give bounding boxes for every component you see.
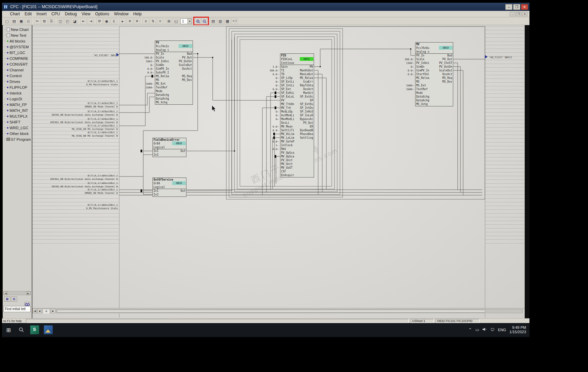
menu-view[interactable]: View <box>79 12 93 16</box>
pin-row[interactable]: PV_Unit <box>280 158 314 162</box>
input-pin-label[interactable]: Gain <box>281 65 288 69</box>
menu-window[interactable]: Window <box>112 12 131 16</box>
output-pin-label[interactable]: ManAct <box>303 91 313 95</box>
sidebar-item-logicdi[interactable]: ♦LogicDi <box>3 96 32 102</box>
input-pin-label[interactable]: TextRef <box>156 86 167 89</box>
pin-row[interactable]: Mode <box>155 89 193 93</box>
output-pin-label[interactable]: PV_Out <box>442 57 452 61</box>
sequence-icon[interactable]: ≡ <box>143 18 149 24</box>
pin-row[interactable]: MV_MeanER <box>280 125 314 129</box>
output-pin-label[interactable]: MS_Dev <box>182 78 192 82</box>
output-pin-label[interactable]: SP <box>310 99 313 102</box>
pin-row[interactable]: DataXchg <box>415 99 453 102</box>
test-mode-icon[interactable]: ↯ <box>150 18 156 24</box>
sidebar-item-new-chart[interactable]: New Chart <box>3 27 32 32</box>
jump-forward-icon[interactable]: ⇥ <box>87 18 94 24</box>
input-pin-label[interactable]: SP_LiOp <box>281 76 293 80</box>
input-pin-label[interactable]: SimOn <box>416 65 424 69</box>
chart-partition-icon[interactable]: ▦ <box>224 18 231 24</box>
input-pin-label[interactable]: SP_ExtLi <box>281 80 294 84</box>
pin-row[interactable]: SP_IntLiRdyToSta <box>280 84 314 87</box>
pin-row[interactable]: EnAcquir <box>280 173 314 177</box>
output-pin-label[interactable]: MS_Req <box>442 76 452 80</box>
pin-row[interactable]: SP_LiOpMS_Relea <box>280 76 314 80</box>
print-icon[interactable]: ⎙ <box>25 18 32 24</box>
input-pin-label[interactable]: CSF <box>281 170 286 173</box>
input-pin-label[interactable]: EnAcquir <box>281 173 294 177</box>
input-pin-label[interactable]: TI <box>281 69 284 72</box>
pin-row[interactable]: In1Out <box>153 149 186 153</box>
input-pin-label[interactable]: SP_ExHiL <box>281 91 294 95</box>
start-button[interactable]: ⊞ <box>2 323 15 337</box>
pin-row[interactable]: PV_InUniPV_OutUn <box>155 60 193 63</box>
menu-edit[interactable]: Edit <box>22 12 34 16</box>
pin-row[interactable]: Mode <box>415 91 453 95</box>
pin-row[interactable]: DataXchg <box>415 95 453 99</box>
download-icon[interactable]: ⇓ <box>111 18 117 24</box>
pin-row[interactable]: In3 <box>153 153 186 157</box>
pin-row[interactable]: PV_InBad <box>155 52 193 56</box>
pin-row[interactable]: MS_Xchg <box>155 101 193 104</box>
sidebar-item-other-block[interactable]: ♦Other block <box>3 131 32 136</box>
canvas-hscroll-thumb[interactable] <box>57 310 485 312</box>
block-mv[interactable]: MVPcs7AnOuAnalog oOB323/5PV_InBadScalePV… <box>415 42 453 106</box>
input-pin-label[interactable]: Mode <box>416 91 423 95</box>
output-pin-label[interactable]: ManHiOut <box>300 69 313 72</box>
pin-row[interactable]: ScalePV_Out <box>155 56 193 60</box>
jump-back-icon[interactable]: ⇤ <box>80 18 87 24</box>
input-pin-label[interactable]: PV_InUni <box>156 60 169 63</box>
cut-icon[interactable]: ✂ <box>34 18 40 24</box>
language-indicator[interactable]: ENG <box>498 328 506 332</box>
input-pin-label[interactable]: PV_OpSca <box>281 151 294 155</box>
input-pin-label[interactable]: MS_Ext <box>156 82 166 86</box>
menu-help[interactable]: Help <box>131 12 144 16</box>
pin-row[interactable]: SimPV_InOosAct <box>155 67 193 71</box>
pin-row[interactable]: MS_ReleaMS_Req <box>415 76 453 80</box>
speaker-icon[interactable] <box>483 327 487 332</box>
input-pin-label[interactable]: DataXchg <box>416 95 429 99</box>
sidebar-item-math-fp[interactable]: ♦MATH_FP <box>3 102 32 107</box>
pin-row[interactable]: ManModLiBypassAc <box>280 117 314 121</box>
pin-row[interactable]: SimOnScaleOut <box>155 63 193 67</box>
pin-row[interactable]: MV_Unit <box>280 162 314 166</box>
pin-row[interactable]: MSMS_Dev <box>415 80 453 84</box>
save-icon[interactable]: ▣ <box>18 18 24 24</box>
pin-row[interactable]: DataXchg <box>155 93 193 97</box>
output-pin-label[interactable]: Bad <box>447 54 452 57</box>
minimize-button[interactable]: – <box>505 4 512 10</box>
sheet-nav-first-icon[interactable]: |◀ <box>32 309 37 313</box>
input-pin-label[interactable]: In3 <box>153 193 158 197</box>
input-pin-label[interactable]: OosLi <box>281 121 289 125</box>
pin-row[interactable]: SimOnPV_OutOn <box>415 65 453 69</box>
sidebar-item-drives[interactable]: ♦Drives <box>3 79 32 84</box>
taskbar-clock[interactable]: 9:49 PM 1/15/2023 <box>509 325 526 334</box>
block-pid[interactable]: PIDPIDConLContinuoOB323/4GainMVTIManHiOu… <box>280 53 314 177</box>
output-pin-label[interactable]: Settling <box>300 136 313 140</box>
input-pin-label[interactable]: MV_UaST <box>281 166 293 170</box>
input-pin-label[interactable]: StartVal <box>416 72 429 76</box>
input-pin-label[interactable]: In1 <box>153 149 158 153</box>
input-pin-label[interactable]: MS_Relea <box>156 74 169 78</box>
sheet-tab-a[interactable]: A <box>43 309 50 314</box>
close-button[interactable]: ✕ <box>521 4 528 10</box>
output-pin-label[interactable]: OosAct <box>182 67 192 71</box>
delete-connection-icon[interactable]: ✕ <box>127 18 133 24</box>
output-pin-label[interactable]: PV_Out <box>182 56 192 60</box>
output-pin-label[interactable]: BypassAc <box>300 117 313 121</box>
input-pin-label[interactable]: MV_SafeP <box>281 140 294 143</box>
pin-row[interactable]: StartValOosAct <box>415 72 453 76</box>
battery-icon[interactable]: ▭ <box>475 327 479 332</box>
canvas-hscrollbar[interactable] <box>56 309 523 313</box>
mdi-minimize-button[interactable]: – <box>510 12 515 16</box>
menu-cpu[interactable]: CPU <box>49 12 62 16</box>
input-pin-label[interactable]: PV <box>281 99 284 102</box>
mdi-close-button[interactable]: ✕ <box>522 12 527 16</box>
output-pin-label[interactable]: PV_Out <box>303 121 313 125</box>
notifications-icon[interactable]: 🗩 <box>490 327 494 332</box>
sidebar-item-system[interactable]: ♦@SYSTEM <box>3 44 32 50</box>
menu-chart[interactable]: Chart <box>7 12 22 16</box>
catalog-hscrollbar[interactable]: ◀ ▶ <box>3 291 31 295</box>
scroll-right-icon[interactable]: ▶ <box>26 291 30 295</box>
input-pin-label[interactable]: TextRef <box>416 87 428 91</box>
input-pin-label[interactable]: DataXchg <box>156 97 169 101</box>
